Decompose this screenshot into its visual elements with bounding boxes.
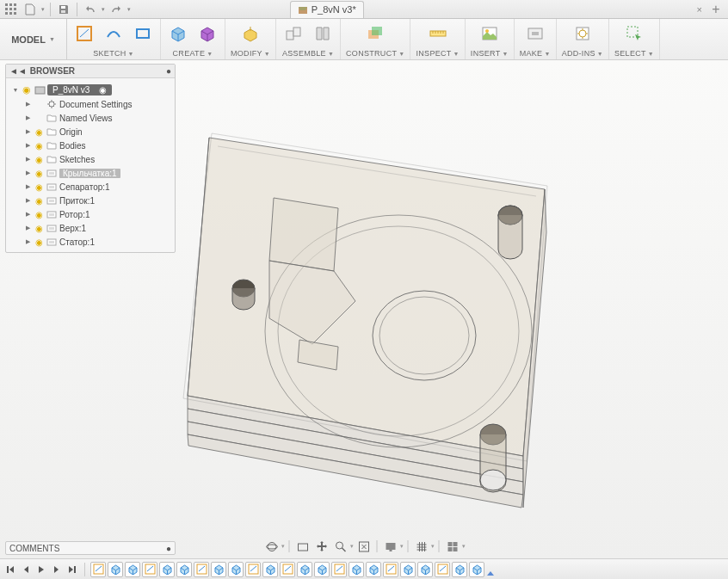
tab-add-icon[interactable]: + (707, 2, 725, 17)
zoom-dd-icon[interactable]: ▾ (350, 543, 354, 550)
timeline-marker[interactable] (486, 563, 495, 576)
timeline-feature-extrude[interactable] (314, 562, 330, 577)
orbit-dd-icon[interactable]: ▾ (281, 543, 285, 550)
bulb-icon[interactable]: ◉ (34, 209, 44, 219)
tree-toggle-icon[interactable] (23, 127, 32, 136)
pan-button[interactable] (313, 538, 330, 555)
timeline-feature-extrude[interactable] (469, 562, 484, 577)
tree-toggle-icon[interactable] (23, 114, 32, 122)
redo-icon[interactable] (108, 2, 124, 17)
tree-toggle-icon[interactable] (23, 100, 32, 108)
timeline-feature-sketch[interactable] (331, 562, 347, 577)
timeline-feature-sketch[interactable] (435, 562, 450, 577)
tree-toggle-icon[interactable] (23, 237, 32, 246)
zoom-button[interactable] (332, 538, 349, 555)
timeline-feature-extrude[interactable] (366, 562, 381, 577)
timeline-feature-sketch[interactable] (90, 562, 106, 577)
panel-modify-label[interactable]: MODIFY▼ (231, 49, 270, 58)
tree-node[interactable]: ◉Статор:1 (20, 235, 173, 249)
timeline-feature-extrude[interactable] (228, 562, 244, 577)
timeline-feature-sketch[interactable] (142, 562, 157, 577)
tree-node[interactable]: Named Views (20, 111, 173, 125)
3d-print-button[interactable] (523, 22, 547, 46)
undo-icon[interactable] (83, 2, 98, 17)
tree-toggle-icon[interactable] (23, 210, 32, 219)
bulb-icon[interactable]: ◉ (34, 140, 44, 151)
panel-assemble-label[interactable]: ASSEMBLE▼ (282, 49, 334, 58)
timeline-feature-extrude[interactable] (159, 562, 175, 577)
line-tool-button[interactable] (102, 22, 126, 46)
scripts-addins-button[interactable] (571, 22, 595, 46)
extrude-button[interactable] (195, 22, 219, 46)
timeline-feature-extrude[interactable] (417, 562, 433, 577)
tree-node[interactable]: ◉Ротор:1 (20, 207, 173, 221)
workspace-switcher[interactable]: MODEL ▼ (6, 31, 60, 48)
panel-create-label[interactable]: CREATE▼ (173, 49, 213, 58)
grid-snap-button[interactable] (413, 538, 430, 555)
undo-dd-icon[interactable]: ▾ (102, 6, 105, 13)
bulb-icon[interactable]: ◉ (34, 168, 44, 178)
tree-toggle-icon[interactable] (23, 196, 32, 205)
timeline-feature-extrude[interactable] (176, 562, 192, 577)
timeline-go-end-button[interactable] (65, 563, 79, 576)
document-tab[interactable]: P_8vN v3* (290, 1, 364, 18)
new-component-button[interactable] (281, 22, 305, 46)
tree-node[interactable]: ◉Bodies (20, 139, 173, 152)
look-at-button[interactable] (294, 538, 312, 555)
tree-node[interactable]: ◉Крыльчатка:1 (20, 166, 173, 180)
tree-node[interactable]: ◉Верх:1 (20, 221, 173, 235)
tree-toggle-icon[interactable] (23, 155, 32, 163)
press-pull-button[interactable] (238, 22, 262, 46)
browser-collapse-icon[interactable]: ◄◄ (9, 66, 27, 76)
timeline-feature-sketch[interactable] (245, 562, 261, 577)
panel-inspect-label[interactable]: INSPECT▼ (416, 49, 459, 58)
timeline-feature-extrude[interactable] (349, 562, 364, 577)
tree-toggle-icon[interactable] (23, 224, 32, 232)
bulb-icon[interactable]: ◉ (22, 84, 32, 95)
bulb-icon[interactable]: ◉ (34, 154, 44, 164)
tree-node[interactable]: ◉Приток:1 (20, 194, 173, 207)
timeline-feature-sketch[interactable] (194, 562, 209, 577)
measure-button[interactable] (426, 22, 450, 46)
timeline-feature-sketch[interactable] (280, 562, 295, 577)
joint-button[interactable] (311, 22, 335, 46)
viewports-dd-icon[interactable]: ▾ (462, 543, 466, 550)
apps-grid-icon[interactable] (3, 2, 19, 17)
timeline-feature-extrude[interactable] (400, 562, 416, 577)
redo-dd-icon[interactable]: ▾ (127, 6, 131, 13)
tree-toggle-icon[interactable] (23, 169, 32, 177)
timeline-go-start-button[interactable] (3, 563, 17, 576)
tree-node[interactable]: ◉Origin (20, 125, 173, 139)
tree-toggle-icon[interactable] (23, 182, 32, 191)
bulb-icon[interactable]: ◉ (34, 195, 44, 206)
bulb-icon[interactable]: ◉ (34, 237, 44, 247)
viewports-button[interactable] (444, 538, 461, 555)
timeline-feature-extrude[interactable] (262, 562, 278, 577)
timeline-step-fwd-button[interactable] (50, 563, 64, 576)
select-button[interactable] (622, 22, 646, 46)
new-file-icon[interactable] (22, 2, 38, 17)
timeline-feature-extrude[interactable] (125, 562, 140, 577)
browser-pin-icon[interactable]: ● (166, 66, 171, 76)
display-settings-button[interactable] (382, 538, 399, 555)
tree-node[interactable]: ◉Sketches (20, 152, 173, 166)
panel-addins-label[interactable]: ADD-INS▼ (562, 49, 603, 58)
display-dd-icon[interactable]: ▾ (400, 543, 404, 550)
orbit-button[interactable] (263, 538, 281, 555)
timeline-feature-extrude[interactable] (297, 562, 312, 577)
timeline-play-button[interactable] (34, 563, 48, 576)
fit-button[interactable] (355, 538, 373, 555)
bulb-icon[interactable]: ◉ (34, 223, 44, 233)
activate-radio-icon[interactable]: ◉ (99, 85, 107, 95)
tab-close-icon[interactable]: × (695, 4, 704, 15)
box-button[interactable] (166, 22, 190, 46)
root-component-label[interactable]: P_8vN v3 ◉ (47, 84, 112, 95)
rectangle-tool-button[interactable] (131, 22, 155, 46)
timeline-step-back-button[interactable] (19, 563, 33, 576)
tree-node[interactable]: Document Settings (20, 97, 173, 111)
comments-pin-icon[interactable]: ● (166, 544, 171, 553)
timeline-feature-extrude[interactable] (211, 562, 226, 577)
bulb-icon[interactable]: ◉ (34, 126, 44, 137)
panel-make-label[interactable]: MAKE▼ (520, 49, 551, 58)
insert-decal-button[interactable] (478, 22, 502, 46)
